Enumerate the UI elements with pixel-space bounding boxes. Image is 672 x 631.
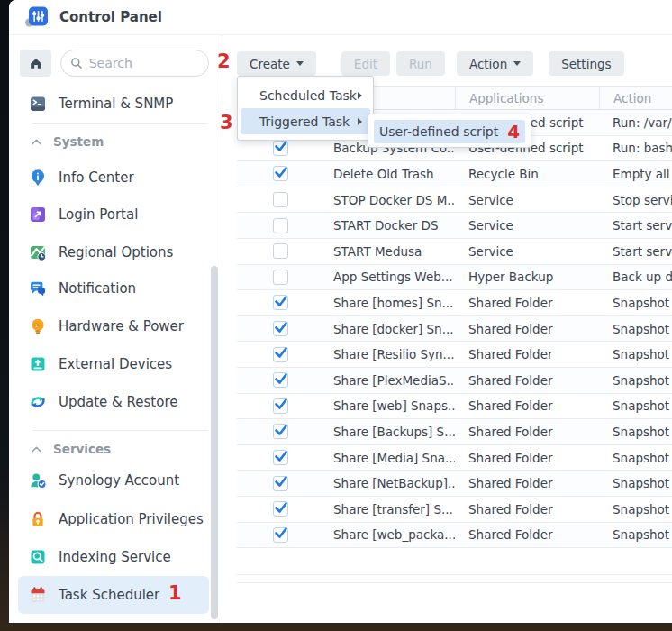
table-row[interactable]: Share [Backups] S... Shared Folder Snaps… <box>237 419 672 445</box>
titlebar: Control Panel <box>9 0 672 35</box>
task-name: Share [Resilio Syn... <box>333 347 455 361</box>
task-action: Snapshot <box>599 296 672 310</box>
table-row[interactable]: Share [transfer] S... Shared Folder Snap… <box>237 497 672 523</box>
sidebar-item-label: Notification <box>59 280 136 297</box>
page-title: Control Panel <box>59 9 162 25</box>
column-header-applications[interactable]: Applications <box>455 87 599 109</box>
task-name: Share [web_packa... <box>333 527 455 542</box>
sidebar-item-hardware-power[interactable]: 1 Hardware & Power <box>18 308 209 344</box>
task-action: Snapshot <box>599 502 672 517</box>
row-checkbox[interactable] <box>273 166 288 181</box>
caret-down-icon <box>513 61 521 66</box>
task-action: Snapshot <box>599 373 672 388</box>
row-checkbox[interactable] <box>273 243 288 259</box>
row-checkbox[interactable] <box>273 476 288 491</box>
create-button[interactable]: Create <box>237 51 316 76</box>
sidebar-item-indexing-service[interactable]: Indexing Service <box>18 539 209 575</box>
row-checkbox[interactable] <box>273 501 288 517</box>
table-row[interactable]: Share [docker] Sn... Shared Folder Snaps… <box>237 316 672 343</box>
home-button[interactable] <box>20 50 51 77</box>
task-name: Share [docker] Sn... <box>333 322 455 336</box>
task-application: Shared Folder <box>455 425 599 439</box>
task-action: Snapshot <box>599 451 672 465</box>
row-checkbox[interactable] <box>273 295 288 310</box>
task-action: Snapshot <box>599 476 672 490</box>
row-checkbox[interactable] <box>273 450 288 465</box>
table-row[interactable]: Share [PlexMediaS... Shared Folder Snaps… <box>237 368 672 394</box>
annotation-step-4: 4 <box>507 121 520 142</box>
table-row[interactable]: Share [web_packa... Shared Folder Snapsh… <box>237 523 672 549</box>
sidebar-item-label: Info Center <box>59 169 134 186</box>
table-row[interactable]: START Medusa Service Start servic <box>237 239 672 265</box>
task-table: Applications Action User-defined script … <box>237 86 672 583</box>
sidebar-scrollbar[interactable] <box>211 266 218 619</box>
task-action: Run: bash / <box>599 141 672 155</box>
task-application: Recycle Bin <box>455 167 599 181</box>
sidebar-item-regional-options[interactable]: Regional Options <box>18 234 209 270</box>
task-name: Share [homes] Sn... <box>333 296 455 310</box>
sidebar-item-synology-account[interactable]: Synology Account <box>18 462 209 498</box>
menu-item-user-defined-script[interactable]: User-defined script 4 <box>374 120 525 143</box>
search-input[interactable] <box>89 56 199 70</box>
action-button-label: Action <box>469 57 507 71</box>
row-checkbox[interactable] <box>273 372 288 388</box>
settings-button-label: Settings <box>561 57 611 71</box>
settings-button[interactable]: Settings <box>549 51 623 76</box>
task-application: Service <box>455 218 599 233</box>
sidebar-item-info-center[interactable]: Info Center <box>18 160 209 196</box>
sidebar-section-system[interactable]: System <box>31 133 104 151</box>
table-row[interactable]: Share [NetBackup]... Shared Folder Snaps… <box>237 471 672 497</box>
task-application: Shared Folder <box>455 502 599 517</box>
submenu-arrow-icon <box>358 92 362 99</box>
sidebar-item-label: Terminal & SNMP <box>59 96 173 112</box>
task-application: Shared Folder <box>455 373 599 388</box>
table-row[interactable]: App Settings Web... Hyper Backup Back up… <box>237 265 672 291</box>
column-header-action[interactable]: Action <box>599 87 672 109</box>
task-name: Share [transfer] S... <box>333 502 455 517</box>
table-row[interactable]: START Docker DS Service Start servic <box>237 213 672 239</box>
task-name: Delete Old Trash <box>333 167 455 181</box>
sidebar-section-services[interactable]: Services <box>31 440 111 458</box>
row-checkbox[interactable] <box>273 270 288 285</box>
edit-button[interactable]: Edit <box>341 51 390 76</box>
task-action: Run: /var/p <box>599 115 672 130</box>
table-row[interactable]: Share [Media] Sna... Shared Folder Snaps… <box>237 445 672 471</box>
menu-item-label: Triggered Task <box>259 114 350 129</box>
search-icon <box>70 56 83 70</box>
external-devices-icon <box>29 355 47 373</box>
menu-item-scheduled-task[interactable]: Scheduled Task <box>241 82 370 108</box>
row-checkbox[interactable] <box>273 192 288 207</box>
sidebar-item-external-devices[interactable]: External Devices <box>18 346 209 382</box>
sidebar-item-application-privileges[interactable]: Application Privileges <box>18 501 209 537</box>
task-name: Share [Media] Sna... <box>333 451 455 465</box>
indexing-service-icon <box>29 548 47 566</box>
row-checkbox[interactable] <box>273 218 288 233</box>
sidebar-item-terminal-snmp[interactable]: Terminal & SNMP <box>18 86 209 122</box>
menu-item-triggered-task[interactable]: Triggered Task <box>241 108 370 134</box>
task-action: Back up da <box>599 270 672 284</box>
section-label: Services <box>53 442 111 456</box>
row-checkbox[interactable] <box>273 398 288 414</box>
row-checkbox[interactable] <box>273 141 288 156</box>
regional-options-icon <box>29 243 47 261</box>
task-application: Shared Folder <box>455 476 599 490</box>
row-checkbox[interactable] <box>273 321 288 336</box>
sidebar-item-label: Task Scheduler <box>59 587 159 603</box>
table-row[interactable]: Share [homes] Sn... Shared Folder Snapsh… <box>237 290 672 316</box>
row-checkbox[interactable] <box>273 347 288 362</box>
sidebar-item-update-restore[interactable]: Update & Restore <box>18 384 209 420</box>
run-button[interactable]: Run <box>396 51 445 76</box>
task-name: START Docker DS <box>333 218 455 233</box>
table-footer-divider <box>237 575 672 583</box>
sidebar-item-notification[interactable]: Notification <box>18 270 209 306</box>
task-name: Share [web] Snaps... <box>333 398 455 413</box>
action-button[interactable]: Action <box>457 51 533 76</box>
table-row[interactable]: Share [web] Snaps... Shared Folder Snaps… <box>237 394 672 420</box>
row-checkbox[interactable] <box>273 527 288 543</box>
row-checkbox[interactable] <box>273 424 288 439</box>
table-row[interactable]: Share [Resilio Syn... Shared Folder Snap… <box>237 342 672 368</box>
table-row[interactable]: STOP Docker DS M... Service Stop servic <box>237 187 672 214</box>
search-box[interactable] <box>60 50 209 77</box>
sidebar-item-login-portal[interactable]: Login Portal <box>18 197 209 233</box>
table-row[interactable]: Delete Old Trash Recycle Bin Empty all R <box>237 161 672 187</box>
